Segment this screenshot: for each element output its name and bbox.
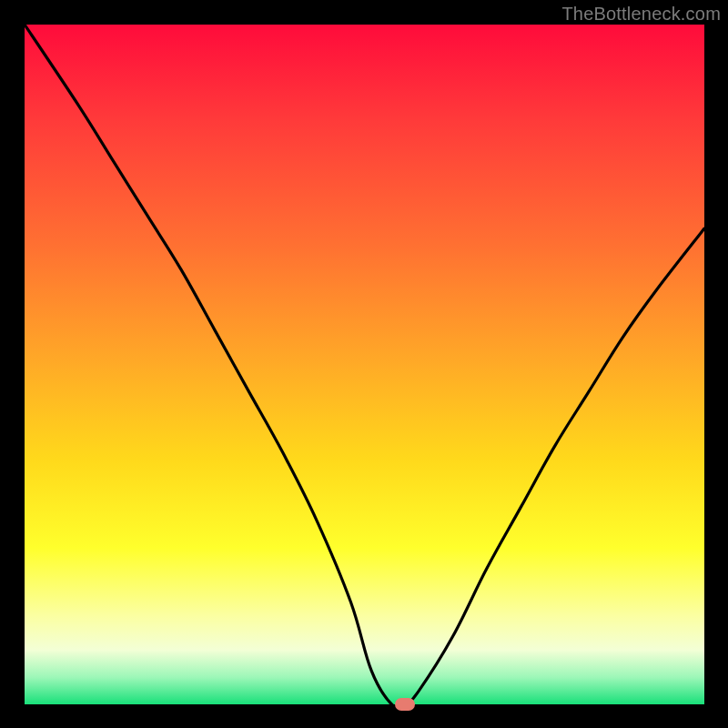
plot-area xyxy=(25,25,704,704)
minimum-marker xyxy=(395,698,415,711)
bottleneck-curve xyxy=(25,25,704,704)
watermark-text: TheBottleneck.com xyxy=(561,4,721,25)
chart-frame: TheBottleneck.com xyxy=(0,0,728,728)
